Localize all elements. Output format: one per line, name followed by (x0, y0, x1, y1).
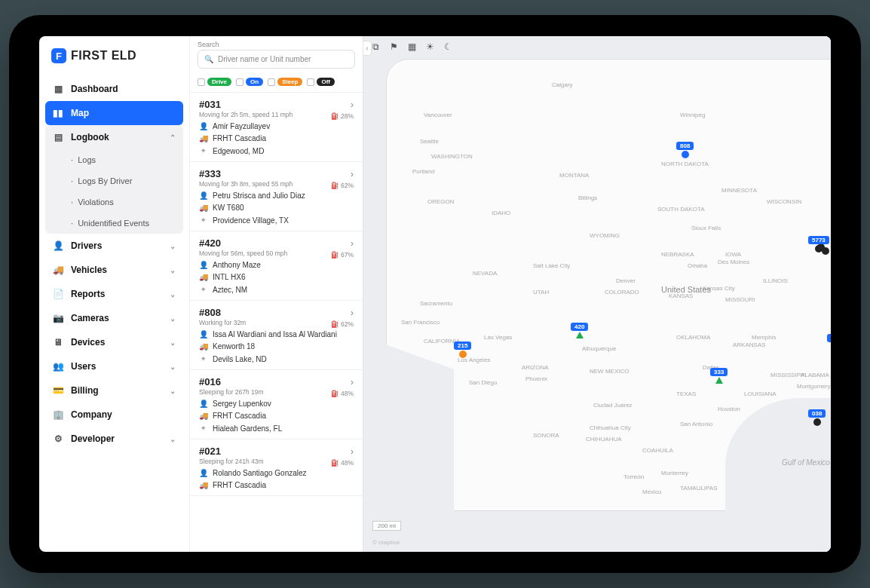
sidebar-item-cameras[interactable]: 📷Cameras⌄ (45, 306, 183, 330)
map-label: Ciudad Juárez (593, 402, 633, 409)
country-label: United States (661, 285, 711, 294)
sidebar-subitem-unidentified-events[interactable]: · Unidentified Events (45, 213, 183, 234)
chevron-right-icon: › (351, 446, 354, 457)
map-label: UTAH (533, 289, 549, 296)
map-label: Memphis (752, 334, 776, 341)
driver-card[interactable]: #016› Sleeping for 267h 19m ⛽48% Sleep 👤… (190, 370, 363, 439)
map-label: Salt Lake City (533, 262, 570, 269)
marker-dot-icon (815, 245, 823, 253)
status-badge: Sleep (327, 402, 354, 410)
sidebar-subitem-logs[interactable]: · Logs (45, 149, 183, 170)
marker-arrow-icon (576, 332, 584, 338)
unit-id: #420 (199, 237, 221, 249)
map-marker[interactable]: 420 (571, 323, 588, 338)
filter-drive[interactable]: Drive (198, 78, 231, 86)
truck-icon: 🚚 (199, 134, 208, 142)
map-area[interactable]: ‹ ⧉ ⚑ ▦ ☀ ☾ VancouverCalgarySeattleWASHI… (363, 36, 831, 552)
map-scale: 200 mi (372, 521, 401, 531)
filter-on[interactable]: On (236, 78, 263, 86)
location: Edgewood, MD (213, 147, 264, 155)
search-input[interactable]: 🔍 Driver name or Unit number (198, 50, 355, 69)
filter-sleep[interactable]: Sleep (268, 78, 302, 86)
map-icon: ▮▮ (53, 108, 63, 118)
fuel-icon: ⛽ (331, 390, 339, 397)
marker-dot-icon (813, 418, 821, 426)
map-label: Sacramento (420, 300, 452, 307)
map-canvas[interactable]: VancouverCalgarySeattleWASHINGTONPortlan… (363, 36, 831, 552)
fuel-level: ⛽48% (331, 390, 354, 397)
map-marker[interactable]: 025 (827, 334, 831, 351)
truck-icon: 🚚 (199, 481, 208, 489)
pin-icon: ⌖ (199, 354, 208, 363)
sidebar-item-company[interactable]: 🏢Company (45, 403, 183, 427)
app-screen: F FIRST ELD ▦Dashboard▮▮Map▤Logbook⌃· Lo… (39, 36, 831, 552)
traffic-icon[interactable]: ⚑ (388, 41, 400, 53)
sidebar-item-dashboard[interactable]: ▦Dashboard (45, 77, 183, 101)
checkbox-icon[interactable] (307, 78, 314, 86)
dark-icon[interactable]: ☾ (442, 41, 454, 53)
filter-pill: Off (317, 78, 335, 86)
person-icon: 👤 (199, 261, 208, 269)
person-icon: 👤 (199, 122, 208, 130)
status-badge: Drive (328, 263, 354, 271)
driver-card[interactable]: #420› Moving for 56m, speed 50 mph ⛽67% … (190, 231, 363, 301)
person-icon: 👤 (199, 469, 208, 477)
driver-card[interactable]: #021› Sleeping for 241h 43m ⛽48% Sleep 👤… (190, 439, 363, 496)
checkbox-icon[interactable] (268, 78, 275, 86)
map-label: Monterrey (661, 470, 688, 476)
driver-card[interactable]: #808› Working for 32m ⛽62% On 👤Issa Al W… (190, 301, 363, 370)
sidebar-item-devices[interactable]: 🖥Devices⌄ (45, 330, 183, 354)
sidebar-item-billing[interactable]: 💳Billing⌄ (45, 378, 183, 403)
sidebar-item-map[interactable]: ▮▮Map (45, 101, 183, 125)
map-marker[interactable]: 333 (710, 368, 728, 384)
nav-label: Company (71, 409, 112, 420)
sidebar-item-logbook[interactable]: ▤Logbook⌃ (45, 125, 183, 149)
driver-card[interactable]: #333› Moving for 3h 8m, speed 55 mph ⛽62… (190, 162, 363, 231)
map-label: Phoenix (525, 375, 547, 382)
logo-text: FIRST ELD (71, 49, 136, 63)
satellite-icon[interactable]: ▦ (406, 41, 418, 53)
map-label: LOUISIANA (744, 390, 777, 397)
light-icon[interactable]: ☀ (424, 41, 436, 53)
company-icon: 🏢 (53, 409, 63, 420)
pin-icon: ⌖ (199, 216, 208, 225)
nav-list: ▦Dashboard▮▮Map▤Logbook⌃· Logs· Logs By … (45, 77, 183, 451)
billing-icon: 💳 (53, 385, 63, 396)
fuel-level: ⛽62% (331, 182, 354, 189)
sidebar-item-developer[interactable]: ⚙Developer⌄ (45, 427, 183, 451)
checkbox-icon[interactable] (236, 78, 244, 86)
location: Aztec, NM (213, 286, 247, 294)
map-label: TAMAULIPAS (680, 485, 718, 492)
driver-card[interactable]: #031› Moving for 2h 5m, speed 11 mph ⛽28… (190, 93, 363, 162)
map-marker[interactable]: 215 (454, 341, 471, 358)
nav-label: Vehicles (71, 265, 107, 275)
logbook-icon: ▤ (53, 132, 63, 142)
sidebar-item-reports[interactable]: 📄Reports⌄ (45, 282, 183, 306)
logo-icon: F (51, 48, 66, 63)
truck-icon: 🚚 (199, 204, 208, 212)
marker-tag: 215 (454, 341, 471, 350)
chevron-up-icon: ⌃ (170, 133, 176, 142)
panel-collapse-button[interactable]: ‹ (363, 41, 372, 56)
driver-name: Rolando Santiago Gonzalez (213, 469, 307, 477)
sidebar-item-drivers[interactable]: 👤Drivers⌄ (45, 234, 183, 258)
fuel-level: ⛽62% (331, 320, 354, 328)
sidebar-subitem-violations[interactable]: · Violations (45, 191, 183, 213)
map-marker[interactable]: 808 (676, 142, 694, 158)
map-marker[interactable]: 038 (808, 409, 826, 426)
sidebar-item-vehicles[interactable]: 🚚Vehicles⌄ (45, 258, 183, 282)
filter-off[interactable]: Off (307, 78, 335, 86)
map-marker[interactable]: 5773 (808, 236, 829, 253)
reports-icon: 📄 (53, 289, 63, 299)
marker-tag: 333 (710, 368, 728, 376)
map-label: COAHUILA (642, 447, 673, 454)
checkbox-icon[interactable] (198, 78, 205, 86)
cameras-icon: 📷 (53, 313, 63, 323)
sidebar-subitem-logs-by-driver[interactable]: · Logs By Driver (45, 170, 183, 191)
tablet-frame: F FIRST ELD ▦Dashboard▮▮Map▤Logbook⌃· Lo… (9, 15, 861, 573)
developer-icon: ⚙ (53, 433, 63, 444)
sidebar: F FIRST ELD ▦Dashboard▮▮Map▤Logbook⌃· Lo… (39, 36, 190, 552)
fuel-icon: ⛽ (331, 112, 339, 120)
sidebar-item-users[interactable]: 👥Users⌄ (45, 354, 183, 378)
chevron-down-icon: ⌄ (170, 435, 176, 443)
